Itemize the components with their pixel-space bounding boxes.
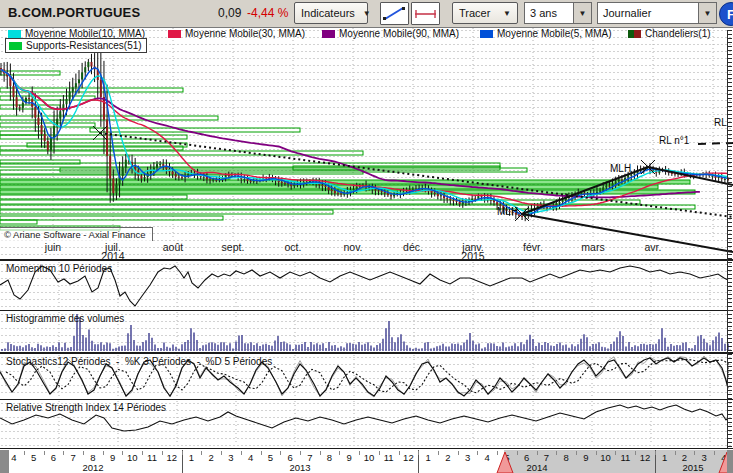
timeline-markers: [0, 449, 733, 473]
last-price: 0,09: [218, 6, 241, 20]
legend-label: Moyenne Mobile(5, MMA): [497, 28, 611, 39]
x-axis-month-label: févr.: [523, 241, 543, 253]
legend-item-supports-resistances: Supports-Resistances(51): [5, 38, 147, 53]
price-scale-ticks: [727, 30, 732, 448]
legend-label: Moyenne Mobile(30, MMA): [185, 28, 305, 39]
period-select[interactable]: Journalier ▼: [597, 2, 717, 24]
price-change: -4,44 %: [247, 6, 288, 20]
range-select-value: 3 ans: [525, 3, 573, 23]
rl-label: RL: [714, 117, 727, 128]
legend-label: Moyenne Mobile(90, MMA): [339, 28, 459, 39]
tracer-button[interactable]: Tracer ▼: [452, 2, 518, 24]
indicateurs-button[interactable]: Indicateurs ▼: [294, 2, 368, 24]
period-select-value: Journalier: [598, 3, 698, 23]
help-button-glyph: F: [727, 7, 733, 22]
chevron-down-icon: ▼: [503, 9, 511, 18]
x-axis-month-label: nov.: [343, 241, 362, 253]
stochastics-panel-label: Stochastics12 Périodes - %K 3 Périodes -…: [6, 356, 272, 367]
legend-item-3: Moyenne Mobile(5, MMA): [480, 28, 611, 39]
timeline[interactable]: 4567891011122012123456789101112201312345…: [0, 448, 733, 473]
indicateurs-button-label: Indicateurs: [301, 7, 355, 19]
rl-n1-label: RL n°1: [659, 135, 689, 146]
toolbar: B.COM.PORTUGUES 0,09 -4,44 % Indicateurs…: [0, 0, 733, 28]
application-window: B.COM.PORTUGUES 0,09 -4,44 % Indicateurs…: [0, 0, 733, 473]
legend-swatch: [628, 30, 641, 38]
window-start-marker[interactable]: [497, 452, 513, 473]
horizontal-line-tool-button[interactable]: [411, 2, 440, 25]
x-axis-month-label: juin: [45, 241, 61, 253]
help-button[interactable]: F: [719, 2, 733, 26]
x-axis-month-label: mars: [581, 241, 604, 253]
stochastics-panel: Stochastics12 Périodes - %K 3 Périodes -…: [0, 354, 733, 399]
legend-item-4: Chandeliers(1): [628, 28, 711, 39]
chevron-down-icon[interactable]: ▼: [573, 3, 591, 23]
legend-label: Chandeliers(1): [645, 28, 711, 39]
rsi-panel-label: Relative Strength Index 14 Périodes: [6, 402, 166, 413]
volumes-panel-label: Histogramme des volumes: [6, 313, 124, 324]
rsi-panel: Relative Strength Index 14 Périodes: [0, 400, 733, 448]
range-select[interactable]: 3 ans ▼: [524, 2, 592, 24]
legend-swatch: [8, 30, 21, 38]
x-axis-month-label: août: [163, 241, 183, 253]
chevron-down-icon: ▼: [363, 9, 371, 18]
legend-swatch: [322, 30, 335, 38]
timeline-right-endcap[interactable]: [727, 450, 733, 473]
tracer-button-label: Tracer: [459, 7, 490, 19]
legend-item-2: Moyenne Mobile(90, MMA): [322, 28, 459, 39]
chevron-down-icon[interactable]: ▼: [698, 3, 716, 23]
main-chart-canvas[interactable]: [0, 27, 733, 259]
legend-label: Supports-Resistances(51): [26, 40, 142, 51]
legend-swatch: [480, 30, 493, 38]
main-chart-panel: Moyenne Mobile(10, MMA)Moyenne Mobile(30…: [0, 27, 733, 259]
legend-item-1: Moyenne Mobile(30, MMA): [168, 28, 305, 39]
timeline-left-endcap[interactable]: [0, 450, 9, 473]
legend-swatch: [168, 30, 181, 38]
symbol-label: B.COM.PORTUGUES: [8, 5, 140, 20]
mlh-label-lower: MLH: [497, 206, 518, 217]
trendline-icon: [382, 4, 407, 23]
volumes-panel: Histogramme des volumes: [0, 311, 733, 352]
momentum-panel-label: Momentum 10 Périodes: [6, 263, 112, 274]
x-axis-month-label: oct.: [285, 241, 302, 253]
x-axis-month-label: avr.: [645, 241, 662, 253]
legend-swatch: [9, 42, 22, 50]
momentum-panel: Momentum 10 Périodes: [0, 261, 733, 310]
x-axis-month-label: sept.: [222, 241, 245, 253]
watermark: © Ariane Software - Axial Finance: [0, 227, 153, 241]
horizontal-line-icon: [413, 4, 438, 23]
x-axis-month-label: déc.: [403, 241, 423, 253]
trendline-tool-button[interactable]: [380, 2, 409, 25]
mlh-label-upper: MLH: [610, 163, 631, 174]
